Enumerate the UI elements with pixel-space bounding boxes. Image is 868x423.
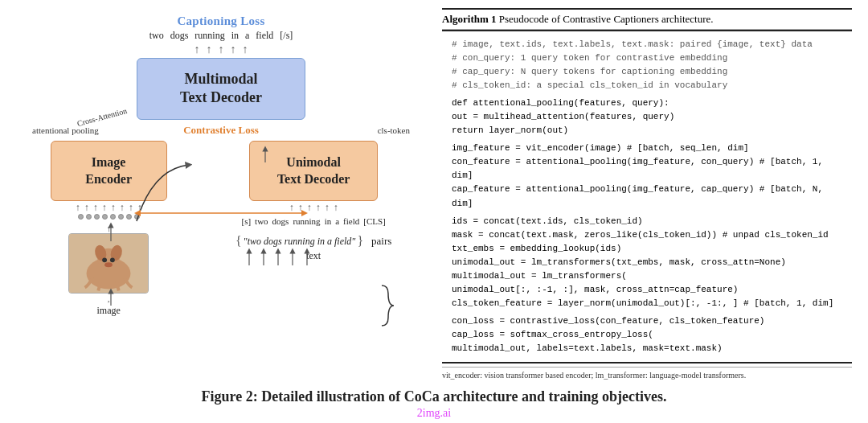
figure-caption: Figure 2: Detailed illustration of CoCa … xyxy=(0,384,868,407)
unimodal-arrows-below: ↑ ↑ ↑ ↑ ↑ ↑ xyxy=(289,202,338,214)
patch-dot-5 xyxy=(110,214,116,220)
algorithm-code-block: # image, text.ids, text.labels, text.mas… xyxy=(442,30,852,363)
pairs-label: pairs xyxy=(371,235,391,248)
multimodal-line2: Text Decoder xyxy=(180,89,262,105)
ie-arr2: ↑ xyxy=(84,202,89,214)
algo-line-23: multimodal_out, labels=text.labels, mask… xyxy=(452,342,842,355)
unimodal-token-in: in xyxy=(325,216,332,226)
image-encoder-line1: Image xyxy=(92,155,126,169)
token-dogs: dogs xyxy=(170,30,189,42)
unimodal-token-cls: [CLS] xyxy=(363,216,386,226)
algo-line-21: con_loss = contrastive_loss(con_feature,… xyxy=(452,314,842,328)
text-quote: "two dogs running in a field" xyxy=(244,236,356,248)
arrows-into-multimodal: ↑ ↑ ↑ ↑ ↑ xyxy=(16,43,426,56)
algo-line-1: # con_query: 1 query token for contrasti… xyxy=(452,51,842,65)
algo-line-18: unimodal_out[:, :-1, :], mask, cross_att… xyxy=(452,283,842,297)
captioning-loss-section: Captioning Loss xyxy=(16,8,426,28)
image-encoder-line2: Encoder xyxy=(85,172,132,186)
algo-line-9: img_feature = vit_encoder(image) # [batc… xyxy=(452,142,842,155)
algo-line-14: mask = concat(text.mask, zeros_like(cls_… xyxy=(452,228,842,242)
arrow-up-2: ↑ xyxy=(207,43,212,56)
algorithm-section: Algorithm 1 Pseudocode of Contrastive Ca… xyxy=(426,8,852,384)
algorithm-title-bold: Algorithm 1 xyxy=(442,13,497,25)
contrastive-loss-row: attentional pooling Cross-Attention Cont… xyxy=(32,124,410,137)
content-area: Captioning Loss two dogs running in a fi… xyxy=(0,0,868,384)
unimodal-decoder-column: Unimodal Text Decoder ↑ ↑ ↑ ↑ ↑ ↑ [s] tw… xyxy=(235,141,391,263)
token-running: running xyxy=(194,30,224,42)
arrow-up-3: ↑ xyxy=(219,43,224,56)
captioning-loss-label: Captioning Loss xyxy=(16,14,426,28)
algo-line-0: # image, text.ids, text.labels, text.mas… xyxy=(452,38,842,51)
token-field: field xyxy=(256,30,273,42)
algo-line-6: out = multihead_attention(features, quer… xyxy=(452,110,842,124)
main-container: Captioning Loss two dogs running in a fi… xyxy=(0,0,868,423)
patch-dot-1 xyxy=(78,214,84,220)
ud-arr4: ↑ xyxy=(316,202,321,214)
arrow-up-from-image: ↑ xyxy=(106,224,111,233)
unimodal-token-a: a xyxy=(335,216,339,226)
algo-line-11: cap_feature = attentional_pooling(img_fe… xyxy=(452,183,842,210)
algo-line-10: con_feature = attentional_pooling(img_fe… xyxy=(452,155,842,183)
unimodal-line2: Text Decoder xyxy=(277,172,350,186)
multimodal-line1: Multimodal xyxy=(184,71,257,87)
unimodal-tokens: [s] two dogs running in a field [CLS] xyxy=(242,216,386,226)
algo-line-2: # cap_query: N query tokens for captioni… xyxy=(452,65,842,79)
svg-point-22 xyxy=(110,258,115,263)
token-two: two xyxy=(149,30,164,42)
ud-arr6: ↑ xyxy=(334,202,338,214)
algo-line-19: cls_token_feature = layer_norm(unimodal_… xyxy=(452,297,842,310)
text-pairs-section: { "two dogs running in a field" } pairs xyxy=(235,234,391,248)
algo-line-13: ids = concat(text.ids, cls_token_id) xyxy=(452,215,842,228)
dog-image xyxy=(68,233,149,294)
ie-arr5: ↑ xyxy=(111,202,116,214)
token-eos: [/s] xyxy=(280,30,293,42)
ie-arr6: ↑ xyxy=(120,202,125,214)
algo-line-15: txt_embs = embedding_lookup(ids) xyxy=(452,242,842,256)
ud-arr1: ↑ xyxy=(289,202,294,214)
curly-brace-open: { xyxy=(235,234,242,248)
unimodal-token-s: [s] xyxy=(242,216,252,226)
unimodal-token-two: two xyxy=(255,216,268,226)
encoders-row: Image Encoder ↑ ↑ ↑ ↑ ↑ ↑ ↑ ↑ xyxy=(16,141,426,318)
patch-dot-6 xyxy=(118,214,124,220)
unimodal-decoder-box: Unimodal Text Decoder xyxy=(249,141,378,202)
ie-arr1: ↑ xyxy=(76,202,80,214)
text-label: text xyxy=(306,250,321,262)
ie-arr7: ↑ xyxy=(129,202,133,214)
svg-point-21 xyxy=(102,258,107,263)
algorithm-footer: vit_encoder: vision transformer based en… xyxy=(442,367,852,383)
curly-brace-close: } xyxy=(357,234,363,248)
arrow-up-5: ↑ xyxy=(243,43,248,56)
patch-dot-2 xyxy=(86,214,92,220)
patch-dot-3 xyxy=(94,214,100,220)
multimodal-decoder-box: Multimodal Text Decoder xyxy=(137,58,305,120)
arrow-up-1: ↑ xyxy=(194,43,200,56)
watermark: 2img.ai xyxy=(0,407,868,423)
image-encoder-box: Image Encoder xyxy=(51,141,167,202)
token-in: in xyxy=(231,30,239,42)
image-label: image xyxy=(96,305,120,317)
dog-svg xyxy=(69,234,148,294)
top-tokens-row: two dogs running in a field [/s] xyxy=(16,30,426,42)
ud-arr5: ↑ xyxy=(325,202,330,214)
text-quote-block: "two dogs running in a field" xyxy=(244,236,356,248)
svg-point-23 xyxy=(104,262,113,267)
image-encoder-arrows-below: ↑ ↑ ↑ ↑ ↑ ↑ ↑ ↑ xyxy=(76,202,142,214)
unimodal-token-field: field xyxy=(343,216,359,226)
token-a: a xyxy=(245,30,249,42)
ie-arr8: ↑ xyxy=(137,202,142,214)
unimodal-token-running: running xyxy=(293,216,320,226)
arrow-up-4: ↑ xyxy=(231,43,236,56)
patch-dot-4 xyxy=(102,214,108,220)
algorithm-title-rest: Pseudocode of Contrastive Captioners arc… xyxy=(497,13,714,25)
patch-dot-7 xyxy=(126,214,132,220)
algo-line-7: return layer_norm(out) xyxy=(452,124,842,138)
diagram-section: Captioning Loss two dogs running in a fi… xyxy=(16,8,426,384)
algo-line-5: def attentional_pooling(features, query)… xyxy=(452,97,842,110)
image-encoder-column: Image Encoder ↑ ↑ ↑ ↑ ↑ ↑ ↑ ↑ xyxy=(51,141,167,318)
unimodal-line1: Unimodal xyxy=(286,155,341,169)
patch-dot-8 xyxy=(134,214,140,220)
algorithm-title-bar: Algorithm 1 Pseudocode of Contrastive Ca… xyxy=(442,8,852,30)
unimodal-token-dogs: dogs xyxy=(272,216,289,226)
ud-arr2: ↑ xyxy=(298,202,303,214)
